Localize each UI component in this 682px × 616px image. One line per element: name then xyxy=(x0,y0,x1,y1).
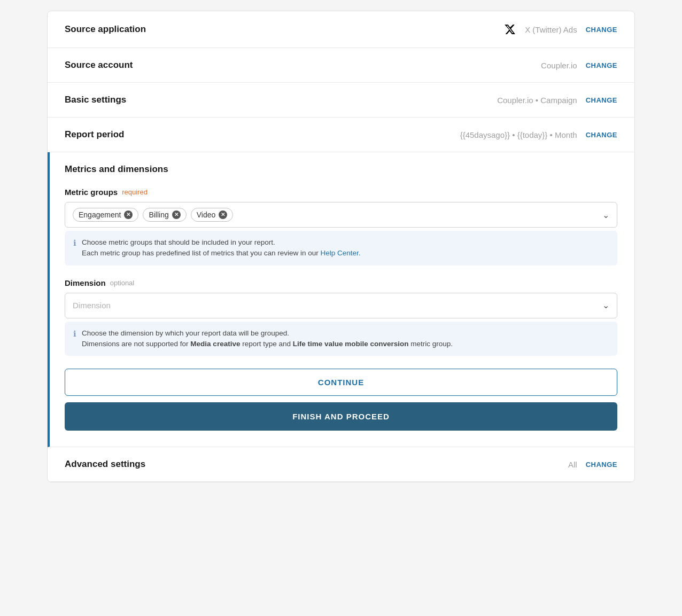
report-period-label: Report period xyxy=(65,129,124,140)
advanced-settings-right: All CHANGE xyxy=(568,460,617,469)
advanced-settings-section: Advanced settings All CHANGE xyxy=(48,447,634,482)
help-center-link[interactable]: Help Center. xyxy=(320,249,360,257)
metrics-content: Metric groups required Engagement ✕ Bill… xyxy=(65,188,617,435)
metrics-dimensions-header: Metrics and dimensions xyxy=(65,164,617,175)
metric-groups-required-badge: required xyxy=(122,188,148,196)
dimension-label-text: Dimension xyxy=(65,278,106,287)
tag-engagement-label: Engagement xyxy=(79,210,121,219)
tag-billing: Billing ✕ xyxy=(143,208,186,222)
tag-video-label: Video xyxy=(197,210,216,219)
dimension-optional-badge: optional xyxy=(110,279,135,287)
source-account-label: Source account xyxy=(65,60,133,71)
basic-settings-right: Coupler.io • Campaign CHANGE xyxy=(497,96,617,105)
dimension-info-suffix: metric group. xyxy=(409,340,453,348)
source-application-value: X (Twitter) Ads xyxy=(525,25,577,34)
main-card: Source application X (Twitter) Ads CHANG… xyxy=(47,11,635,482)
basic-settings-value: Coupler.io • Campaign xyxy=(497,96,577,105)
dimension-info-text: Choose the dimension by which your repor… xyxy=(82,328,453,350)
source-account-section: Source account Coupler.io CHANGE xyxy=(48,48,634,83)
metric-groups-info-text: Choose metric groups that should be incl… xyxy=(82,237,361,259)
continue-button[interactable]: CONTINUE xyxy=(65,369,617,396)
dimension-info-icon: ℹ xyxy=(73,329,76,339)
tag-video: Video ✕ xyxy=(191,208,234,222)
dimension-placeholder: Dimension xyxy=(73,301,111,310)
dimension-info-prefix: Dimensions are not supported for xyxy=(82,340,190,348)
metric-groups-chevron-icon: ⌄ xyxy=(602,210,609,220)
report-period-section: Report period {{45daysago}} • {{today}} … xyxy=(48,118,634,152)
metrics-dimensions-section: Metrics and dimensions Metric groups req… xyxy=(48,152,634,447)
report-period-change-btn[interactable]: CHANGE xyxy=(586,131,617,139)
dimension-info-media-creative: Media creative xyxy=(190,340,240,348)
metric-groups-row: Metric groups required Engagement ✕ Bill… xyxy=(65,188,617,266)
metric-groups-field-label: Metric groups required xyxy=(65,188,617,197)
metrics-dimensions-label: Metrics and dimensions xyxy=(65,164,168,175)
metric-groups-info-icon: ℹ xyxy=(73,238,76,248)
metric-groups-select[interactable]: Engagement ✕ Billing ✕ Video ✕ ⌄ xyxy=(65,202,617,228)
dimension-select[interactable]: Dimension ⌄ xyxy=(65,293,617,318)
metric-info-line1: Choose metric groups that should be incl… xyxy=(82,238,275,246)
advanced-settings-change-btn[interactable]: CHANGE xyxy=(586,461,617,469)
source-application-right: X (Twitter) Ads CHANGE xyxy=(503,23,617,36)
source-account-right: Coupler.io CHANGE xyxy=(541,61,617,70)
source-account-value: Coupler.io xyxy=(541,61,577,70)
twitter-icon xyxy=(503,23,516,36)
tag-engagement-remove[interactable]: ✕ xyxy=(124,210,133,219)
source-application-change-btn[interactable]: CHANGE xyxy=(586,26,617,34)
report-period-right: {{45daysago}} • {{today}} • Month CHANGE xyxy=(460,130,617,139)
advanced-settings-label: Advanced settings xyxy=(65,459,145,470)
metric-groups-label-text: Metric groups xyxy=(65,188,118,197)
dimension-field-label: Dimension optional xyxy=(65,278,617,287)
source-account-change-btn[interactable]: CHANGE xyxy=(586,61,617,69)
metric-groups-tags: Engagement ✕ Billing ✕ Video ✕ xyxy=(73,208,602,222)
dimension-info-box: ℹ Choose the dimension by which your rep… xyxy=(65,322,617,356)
report-period-value: {{45daysago}} • {{today}} • Month xyxy=(460,130,577,139)
tag-billing-remove[interactable]: ✕ xyxy=(172,210,181,219)
basic-settings-section: Basic settings Coupler.io • Campaign CHA… xyxy=(48,83,634,118)
metric-info-line2: Each metric group has predefined list of… xyxy=(82,249,320,257)
source-application-section: Source application X (Twitter) Ads CHANG… xyxy=(48,11,634,48)
basic-settings-change-btn[interactable]: CHANGE xyxy=(586,96,617,104)
tag-engagement: Engagement ✕ xyxy=(73,208,138,222)
dimension-info-line1: Choose the dimension by which your repor… xyxy=(82,329,289,337)
finish-proceed-button[interactable]: FINISH AND PROCEED xyxy=(65,402,617,431)
dimension-row: Dimension optional Dimension ⌄ ℹ Choose … xyxy=(65,278,617,356)
advanced-settings-value: All xyxy=(568,460,577,469)
tag-billing-label: Billing xyxy=(149,210,168,219)
basic-settings-label: Basic settings xyxy=(65,95,126,105)
dimension-info-middle: report type and xyxy=(240,340,292,348)
dimension-info-ltv: Life time value mobile conversion xyxy=(293,340,409,348)
tag-video-remove[interactable]: ✕ xyxy=(219,210,227,219)
source-application-label: Source application xyxy=(65,24,146,35)
metric-groups-info-box: ℹ Choose metric groups that should be in… xyxy=(65,231,617,266)
dimension-chevron-icon: ⌄ xyxy=(602,300,609,310)
action-buttons: CONTINUE FINISH AND PROCEED xyxy=(65,369,617,431)
